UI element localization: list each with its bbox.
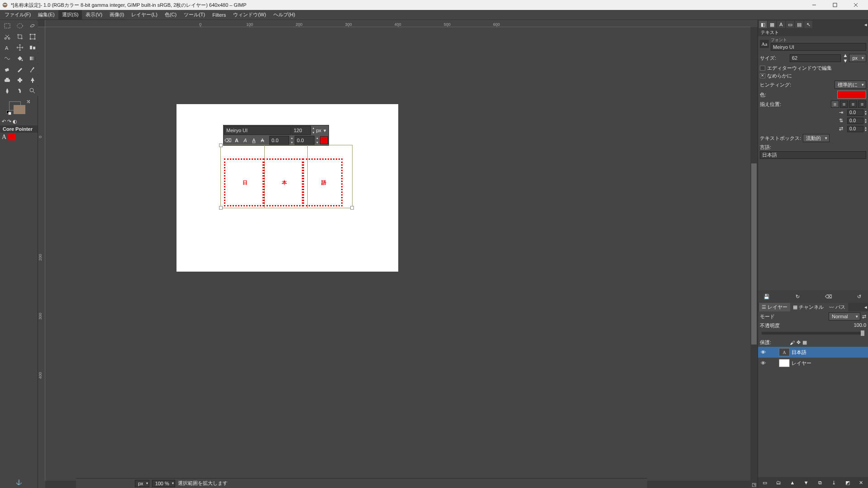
line-spacing-input[interactable]: 0.0 bbox=[847, 118, 863, 124]
dock-tab-menu-icon[interactable]: ◂ bbox=[864, 304, 867, 310]
dock-tab-patterns[interactable]: ▦ bbox=[768, 21, 776, 28]
tool-heal[interactable] bbox=[14, 75, 26, 85]
menu-layer[interactable]: レイヤー(L) bbox=[128, 10, 161, 19]
mask-icon[interactable]: ◩ bbox=[844, 479, 852, 486]
justify-right-icon[interactable]: ≡ bbox=[840, 100, 848, 108]
tab-paths[interactable]: 〰パス bbox=[826, 303, 848, 311]
use-editor-checkbox[interactable] bbox=[760, 66, 765, 71]
tool-scissors[interactable] bbox=[1, 32, 13, 42]
text-color-swatch[interactable] bbox=[837, 91, 866, 99]
maximize-button[interactable] bbox=[825, 0, 845, 10]
hinting-select[interactable]: 標準的に bbox=[835, 81, 866, 89]
text-popup-baseline[interactable]: 0.0 bbox=[269, 136, 289, 145]
dock-tab-gradients[interactable]: ▭ bbox=[786, 21, 794, 28]
dock-tab-palettes[interactable]: ▤ bbox=[795, 21, 803, 28]
size-unit-select[interactable]: px bbox=[849, 54, 866, 62]
text-popup-size-input[interactable]: 120 bbox=[291, 126, 311, 135]
italic-icon[interactable]: A bbox=[241, 136, 249, 144]
fg-color-swatch[interactable] bbox=[9, 101, 21, 110]
tool-smudge[interactable] bbox=[14, 86, 26, 96]
tool-rect-select[interactable] bbox=[1, 21, 13, 31]
undo-icon[interactable]: ↶ bbox=[2, 119, 6, 124]
tool-crop[interactable] bbox=[14, 32, 26, 42]
statusbar-unit-select[interactable]: px bbox=[135, 480, 149, 487]
reset-icon[interactable]: ↺ bbox=[855, 293, 863, 300]
baseline-stepper[interactable]: ▲▼ bbox=[290, 136, 294, 145]
strike-icon[interactable]: A bbox=[258, 136, 267, 144]
menu-colors[interactable]: 色(C) bbox=[161, 10, 180, 19]
textbox-mode-select[interactable]: 流動的 bbox=[803, 134, 830, 142]
textbox-handle-br[interactable] bbox=[350, 206, 354, 210]
justify-left-icon[interactable]: ≡ bbox=[831, 100, 839, 108]
font-name-input[interactable]: Meiryo UI bbox=[771, 43, 866, 51]
delete-layer-icon[interactable]: ✕ bbox=[857, 479, 865, 486]
anchor-icon[interactable]: ⚓ bbox=[0, 477, 38, 488]
web-icon[interactable]: ◐ bbox=[13, 119, 17, 124]
tool-eraser[interactable] bbox=[1, 64, 13, 74]
tool-align[interactable] bbox=[27, 43, 38, 53]
tool-warp[interactable] bbox=[1, 53, 13, 63]
size-input[interactable]: 62 bbox=[790, 54, 841, 62]
justify-fill-icon[interactable]: ≡ bbox=[858, 100, 866, 108]
minimize-button[interactable] bbox=[804, 0, 825, 10]
tool-move[interactable] bbox=[14, 43, 26, 53]
nav-preview-icon[interactable]: ◳ bbox=[750, 481, 758, 488]
redo-icon[interactable]: ↷ bbox=[7, 119, 11, 124]
indent-input[interactable]: 0.0 bbox=[847, 110, 863, 116]
lock-pixels-icon[interactable]: 🖌 bbox=[790, 340, 795, 345]
dock-tab-fonts[interactable]: A bbox=[777, 21, 785, 28]
opacity-slider[interactable] bbox=[762, 332, 864, 335]
tool-dodge[interactable] bbox=[27, 86, 38, 96]
merge-down-icon[interactable]: ⤓ bbox=[830, 479, 838, 486]
tool-free-select[interactable] bbox=[27, 21, 38, 31]
dock-tab-pointer[interactable]: ↖ bbox=[804, 21, 812, 28]
textbox-handle-bl[interactable] bbox=[219, 206, 223, 210]
menu-view[interactable]: 表示(V) bbox=[82, 10, 106, 19]
menu-select[interactable]: 選択(S) bbox=[58, 10, 82, 19]
color-fgbg[interactable]: ⤭ bbox=[6, 99, 32, 117]
tool-option-color-swatch[interactable] bbox=[8, 134, 15, 140]
kerning-stepper[interactable]: ▲▼ bbox=[315, 136, 320, 145]
lower-layer-icon[interactable]: ▼ bbox=[802, 479, 810, 486]
text-popup-font-input[interactable] bbox=[224, 126, 291, 135]
lock-position-icon[interactable]: ✥ bbox=[796, 340, 801, 345]
justify-center-icon[interactable]: ≡ bbox=[849, 100, 857, 108]
tool-brush[interactable] bbox=[27, 64, 38, 74]
tool-gradient[interactable] bbox=[27, 53, 38, 63]
tab-layers[interactable]: ☰レイヤー bbox=[759, 303, 790, 311]
blend-mode-select[interactable]: Normal bbox=[829, 312, 860, 321]
antialias-checkbox[interactable]: ✕ bbox=[760, 73, 765, 78]
tool-ink[interactable] bbox=[27, 75, 38, 85]
size-stepper[interactable]: ▲▼ bbox=[843, 53, 847, 63]
new-layer-icon[interactable]: ▭ bbox=[761, 479, 769, 486]
delete-icon[interactable]: ⌫ bbox=[825, 293, 833, 300]
tool-pencil[interactable] bbox=[14, 64, 26, 74]
menu-tools[interactable]: ツール(T) bbox=[180, 10, 209, 19]
letter-spacing-input[interactable]: 0.0 bbox=[847, 126, 863, 132]
statusbar-zoom-select[interactable]: 100 % bbox=[152, 480, 175, 487]
clear-style-icon[interactable]: ⌫ bbox=[224, 136, 232, 144]
tool-blur[interactable] bbox=[1, 86, 13, 96]
menu-help[interactable]: ヘルプ(H) bbox=[270, 10, 299, 19]
antialias-row[interactable]: ✕ なめらかに bbox=[758, 72, 868, 80]
vertical-scrollbar[interactable] bbox=[750, 27, 758, 481]
tool-ellipse-select[interactable] bbox=[14, 21, 26, 31]
dock-tab-brushes[interactable]: ◧ bbox=[759, 21, 767, 28]
menu-image[interactable]: 画像(I) bbox=[106, 10, 128, 19]
menu-window[interactable]: ウィンドウ(W) bbox=[229, 10, 270, 19]
textbox-handle-tl[interactable] bbox=[219, 144, 223, 147]
underline-icon[interactable]: A bbox=[250, 136, 258, 144]
font-size-stepper[interactable]: ▲▼ bbox=[311, 126, 316, 135]
use-editor-row[interactable]: エディターウィンドウで編集 bbox=[758, 64, 868, 72]
text-popup-color[interactable] bbox=[320, 136, 328, 144]
menu-filters[interactable]: Filters bbox=[209, 11, 229, 19]
default-colors-icon[interactable] bbox=[6, 110, 11, 115]
raise-layer-icon[interactable]: ▲ bbox=[788, 479, 796, 486]
visibility-eye-icon[interactable]: 👁 bbox=[759, 348, 767, 356]
text-popup-kerning[interactable]: 0.0 bbox=[295, 136, 315, 145]
font-aa-icon[interactable]: Aa bbox=[760, 40, 769, 48]
canvas-viewport[interactable]: 120 ▲▼ px ▾ ⌫ A A A A 0.0 ▲▼ 0.0 ▲▼ bbox=[45, 27, 750, 481]
tool-text[interactable]: A bbox=[1, 43, 13, 53]
tab-channels[interactable]: ▦チャンネル bbox=[790, 303, 826, 311]
dock-tab-menu-icon[interactable]: ◂ bbox=[864, 22, 867, 28]
